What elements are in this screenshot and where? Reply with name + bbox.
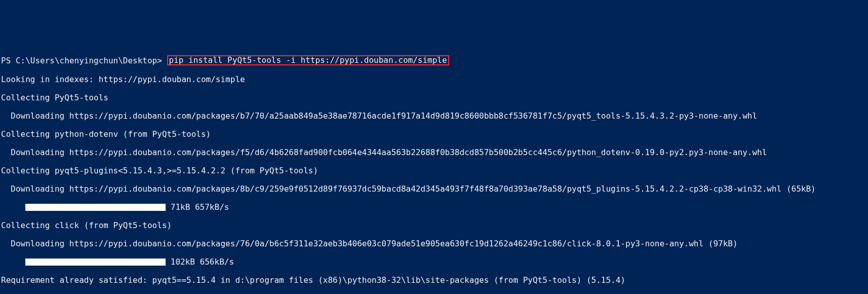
progress-text: 102kB 656kB/s (166, 257, 234, 267)
output-line: Collecting pyqt5-plugins<5.15.4.3,>=5.15… (1, 166, 868, 175)
output-line: Downloading https://pypi.doubanio.com/pa… (1, 112, 868, 121)
output-line: Collecting click (from PyQt5-tools) (1, 221, 868, 230)
output-line: Requirement already satisfied: pyqt5==5.… (1, 276, 868, 285)
output-line: Downloading https://pypi.doubanio.com/pa… (1, 185, 868, 194)
output-line: Downloading https://pypi.doubanio.com/pa… (1, 239, 868, 248)
progress-bar-icon (25, 259, 166, 266)
output-line: Collecting PyQt5-tools (1, 93, 868, 102)
progress-bar-icon (25, 204, 166, 211)
output-line: Downloading https://pypi.doubanio.com/pa… (1, 148, 868, 157)
highlighted-command: pip install PyQt5-tools -i https://pypi.… (167, 55, 449, 65)
prompt-line-1: PS C:\Users\chenyingchun\Desktop> pip in… (1, 56, 868, 66)
output-line: Looking in indexes: https://pypi.douban.… (1, 75, 868, 84)
progress-text: 71kB 657kB/s (166, 202, 229, 212)
ps-prompt: PS C:\Users\chenyingchun\Desktop> (1, 56, 167, 65)
output-line: Collecting python-dotenv (from PyQt5-too… (1, 130, 868, 139)
progress-line: 102kB 656kB/s (1, 258, 868, 267)
progress-line: 71kB 657kB/s (1, 203, 868, 212)
terminal-output[interactable]: PS C:\Users\chenyingchun\Desktop> pip in… (0, 46, 868, 294)
